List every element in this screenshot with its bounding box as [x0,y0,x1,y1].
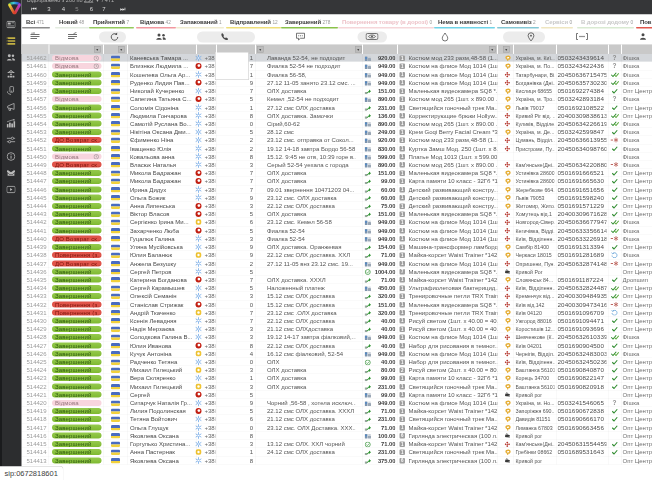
svg-text:10: 10 [31,32,35,35]
